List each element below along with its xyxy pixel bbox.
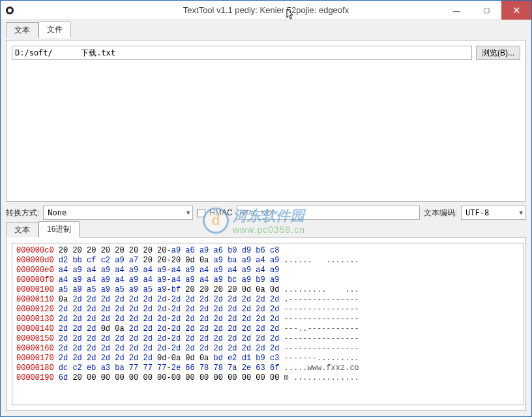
- upper-tabstrip: 文本 文件: [6, 24, 526, 37]
- window-buttons: — ▢ ✕: [441, 1, 531, 20]
- convert-method-select[interactable]: None ▼: [43, 206, 193, 220]
- svg-point-1: [8, 8, 12, 12]
- close-button[interactable]: ✕: [501, 1, 531, 20]
- convert-method-label: 转换方式:: [6, 208, 39, 219]
- chevron-down-icon: ▼: [520, 209, 523, 216]
- file-path-input[interactable]: [12, 46, 472, 60]
- cursor-icon: [286, 8, 295, 20]
- hmac-checkbox[interactable]: [197, 209, 205, 217]
- hex-line: 00000190 6d 20 00 00 00 00 00 00-00 00 0…: [16, 373, 522, 383]
- titlebar: TextTool v1.1 pediy: Kenier 52pojie: edg…: [1, 1, 531, 20]
- hex-line: 00000170 2d 2d 2d 2d 2d 2d 2d 0d-0a 0d 0…: [16, 354, 522, 363]
- app-window: TextTool v1.1 pediy: Kenier 52pojie: edg…: [0, 0, 532, 417]
- app-icon: [5, 5, 15, 16]
- file-path-row: 浏览(B)...: [12, 46, 520, 60]
- hex-line: 00000120 2d 2d 2d 2d 2d 2d 2d 2d-2d 2d 2…: [16, 305, 522, 315]
- maximize-button[interactable]: ▢: [471, 1, 501, 20]
- hex-line: 000000c0 20 20 20 20 20 20 20 20-a9 a6 a…: [16, 246, 522, 256]
- file-panel: 浏览(B)...: [6, 40, 526, 202]
- encoding-label: 文本编码:: [424, 208, 457, 219]
- hex-panel: 000000c0 20 20 20 20 20 20 20 20-a9 a6 a…: [6, 237, 526, 411]
- hex-line: 00000100 a5 a9 a5 a9 a5 a9 a5 a9-bf 20 2…: [16, 285, 522, 295]
- encoding-value: UTF-8: [466, 208, 489, 217]
- hex-line: 00000130 2d 2d 2d 2d 2d 2d 2d 2d-2d 2d 2…: [16, 315, 522, 324]
- hmac-label: HMAC: [209, 208, 232, 217]
- tab-file-upper[interactable]: 文件: [38, 22, 71, 38]
- lower-area: 文本 16进制 000000c0 20 20 20 20 20 20 20 20…: [6, 224, 526, 411]
- conversion-row: 转换方式: None ▼ HMAC HMAC KEY 文本编码: UTF-8 ▼: [6, 204, 526, 221]
- hex-line: 00000110 0a 2d 2d 2d 2d 2d 2d 2d-2d 2d 2…: [16, 295, 522, 305]
- lower-tabstrip: 文本 16进制: [6, 224, 526, 237]
- chevron-down-icon: ▼: [186, 209, 190, 216]
- hex-line: 00000160 2d 2d 2d 2d 2d 2d 2d 2d-2d 2d 2…: [16, 344, 522, 354]
- hex-line: 00000140 2d 2d 2d 0d 0a 2d 2d 2d-2d 2d 2…: [16, 324, 522, 334]
- hex-line: 000000d0 d2 bb cf c2 a9 a7 20 20-20 0d 0…: [16, 256, 522, 266]
- hmac-key-input[interactable]: HMAC KEY: [237, 206, 420, 220]
- client-area: d 河东软件园 www.pc0359.cn 文本 文件 浏览(B)... 转换方…: [1, 20, 531, 416]
- minimize-button[interactable]: —: [441, 1, 471, 20]
- convert-method-value: None: [48, 208, 66, 217]
- hex-viewer[interactable]: 000000c0 20 20 20 20 20 20 20 20-a9 a6 a…: [12, 243, 524, 405]
- tab-text-lower[interactable]: 文本: [6, 222, 38, 238]
- hex-line: 000000f0 a4 a9 a4 a9 a4 a9 a4 a9-a4 a9 a…: [16, 275, 522, 285]
- tab-text-upper[interactable]: 文本: [6, 22, 38, 38]
- tab-hex-lower[interactable]: 16进制: [38, 221, 80, 238]
- browse-button[interactable]: 浏览(B)...: [476, 46, 520, 60]
- hex-line: 00000180 dc c2 eb a3 ba 77 77 77-2e 66 7…: [16, 363, 522, 373]
- encoding-select[interactable]: UTF-8 ▼: [461, 206, 526, 220]
- hex-line: 000000e0 a4 a9 a4 a9 a4 a9 a4 a9-a4 a9 a…: [16, 266, 522, 275]
- hex-line: 00000150 2d 2d 2d 2d 2d 2d 2d 2d-2d 2d 2…: [16, 334, 522, 344]
